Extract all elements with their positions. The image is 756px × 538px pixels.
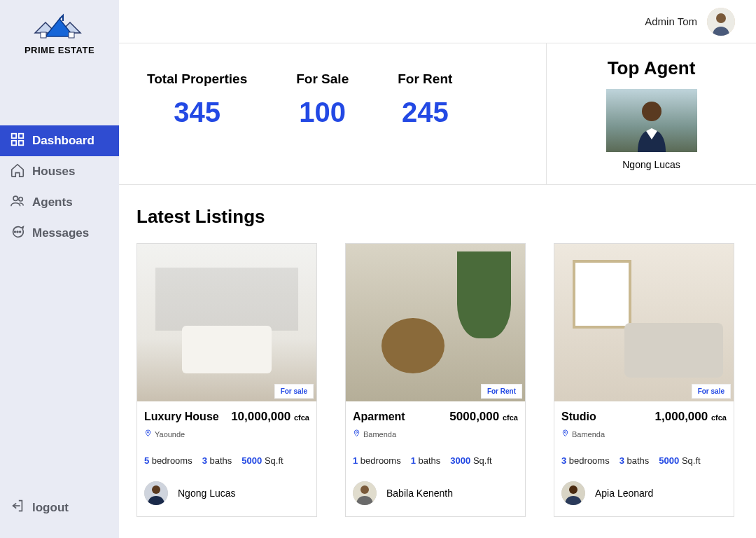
svg-point-15: [716, 13, 726, 23]
svg-point-13: [20, 231, 21, 233]
stat-rent: For Rent 245: [398, 71, 452, 149]
svg-point-25: [569, 485, 578, 494]
nav-label: Messages: [32, 226, 89, 240]
listing-price: 5000,000 cfca: [449, 410, 518, 424]
house-icon: [10, 163, 25, 181]
svg-rect-8: [19, 140, 23, 144]
nav-agents[interactable]: Agents: [0, 187, 119, 218]
svg-point-22: [360, 485, 369, 494]
listing-specs: 3 bedrooms3 baths5000 Sq.ft: [561, 455, 727, 466]
agent-avatar: [353, 481, 377, 505]
stat-label: For Sale: [296, 71, 349, 87]
listing-location: Bamenda: [561, 429, 727, 439]
listing-image: For sale: [554, 244, 734, 401]
listing-title: Studio: [561, 411, 596, 423]
svg-point-17: [147, 432, 148, 433]
pin-icon: [561, 429, 569, 439]
svg-rect-4: [69, 32, 74, 38]
top-agent-title: Top Agent: [608, 57, 696, 79]
listings-section: Latest Listings For sale Luxury House 10…: [119, 185, 756, 538]
user-name: Admin Tom: [645, 15, 697, 27]
stat-label: Total Properties: [147, 71, 247, 87]
stat-total: Total Properties 345: [147, 71, 247, 149]
listing-image: For Rent: [346, 244, 525, 401]
agent-avatar: [561, 481, 585, 505]
listing-agent[interactable]: Babila Kenenth: [353, 481, 518, 505]
logout-button[interactable]: logout: [0, 498, 119, 517]
top-agent-photo[interactable]: [606, 89, 697, 152]
listing-specs: 1 bedrooms1 baths3000 Sq.ft: [353, 455, 518, 466]
nav: Dashboard Houses Agents Messages: [0, 125, 119, 249]
svg-point-11: [14, 231, 15, 233]
nav-houses[interactable]: Houses: [0, 156, 119, 187]
svg-rect-5: [12, 133, 16, 137]
agent-name: Ngong Lucas: [178, 488, 236, 499]
nav-messages[interactable]: Messages: [0, 218, 119, 249]
listing-card[interactable]: For Rent Aparment 5000,000 cfca Bamenda …: [345, 243, 526, 517]
svg-point-9: [13, 196, 18, 200]
nav-dashboard[interactable]: Dashboard: [0, 125, 119, 156]
stats-row: Total Properties 345 For Sale 100 For Re…: [119, 43, 756, 185]
listing-price: 1,000,000 cfca: [655, 410, 727, 424]
dashboard-icon: [10, 132, 25, 151]
nav-label: Dashboard: [32, 134, 94, 148]
listing-badge: For Rent: [481, 384, 522, 399]
listing-image: For sale: [137, 244, 316, 401]
top-agent-panel: Top Agent Ngong Lucas: [546, 43, 756, 184]
brand-name: PRIME ESTATE: [24, 45, 94, 55]
agent-name: Apia Leonard: [595, 488, 653, 499]
listing-agent[interactable]: Apia Leonard: [561, 481, 727, 505]
listing-price: 10,000,000 cfca: [231, 410, 309, 424]
pin-icon: [144, 429, 152, 439]
svg-point-19: [152, 485, 160, 494]
sidebar: PRIME ESTATE Dashboard Houses Agents Mes…: [0, 0, 119, 538]
stat-value: 245: [398, 97, 452, 128]
topbar: Admin Tom: [119, 0, 756, 43]
svg-rect-7: [12, 140, 16, 144]
listing-specs: 5 bedrooms3 baths5000 Sq.ft: [144, 455, 309, 466]
top-agent-name: Ngong Lucas: [622, 159, 680, 170]
svg-point-10: [19, 197, 23, 201]
agent-avatar: [144, 481, 168, 505]
listing-location: Yaounde: [144, 429, 309, 439]
listing-title: Aparment: [353, 411, 405, 423]
listing-badge: For sale: [274, 384, 314, 399]
listing-card[interactable]: For sale Luxury House 10,000,000 cfca Ya…: [136, 243, 317, 517]
logout-label: logout: [32, 501, 69, 515]
nav-label: Houses: [32, 165, 75, 179]
svg-point-12: [17, 231, 18, 233]
user-avatar[interactable]: [707, 8, 735, 36]
svg-point-20: [356, 432, 357, 433]
brand-logo[interactable]: PRIME ESTATE: [0, 8, 119, 55]
stat-sale: For Sale 100: [296, 71, 349, 149]
pin-icon: [353, 429, 360, 439]
stat-label: For Rent: [398, 71, 452, 87]
agent-name: Babila Kenenth: [386, 488, 453, 499]
listing-badge: For sale: [692, 384, 731, 399]
listings-title: Latest Listings: [136, 206, 738, 228]
svg-rect-6: [19, 133, 23, 137]
listing-card[interactable]: For sale Studio 1,000,000 cfca Bamenda 3…: [554, 243, 734, 517]
listing-location: Bamenda: [353, 429, 518, 439]
listing-title: Luxury House: [144, 411, 219, 423]
chat-icon: [10, 224, 25, 243]
stat-value: 345: [147, 97, 247, 128]
svg-rect-3: [41, 32, 46, 38]
stat-value: 100: [296, 97, 349, 128]
svg-point-23: [564, 432, 566, 433]
nav-label: Agents: [32, 195, 73, 209]
main: Admin Tom Total Properties 345 For Sale …: [119, 0, 756, 538]
svg-point-16: [642, 102, 662, 121]
listing-agent[interactable]: Ngong Lucas: [144, 481, 309, 505]
logout-icon: [10, 498, 25, 517]
users-icon: [10, 193, 25, 212]
